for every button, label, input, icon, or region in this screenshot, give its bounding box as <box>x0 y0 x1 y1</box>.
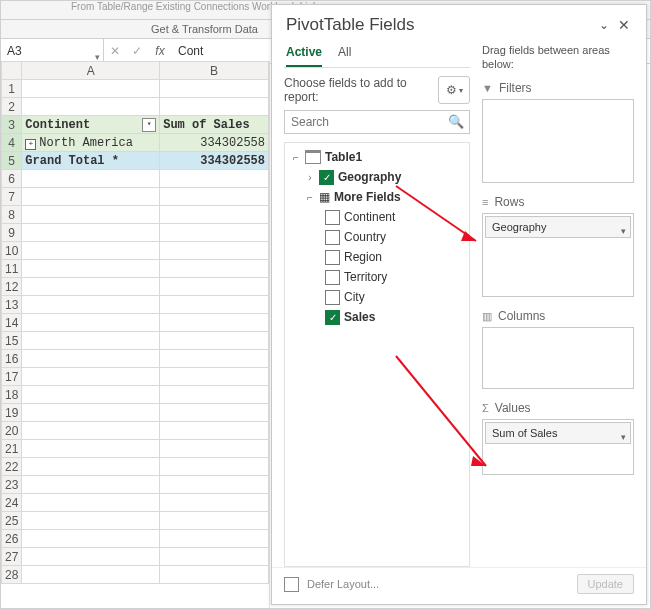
row-header[interactable]: 10 <box>2 242 22 260</box>
checkbox-icon[interactable] <box>325 210 340 225</box>
checkbox-icon[interactable] <box>325 270 340 285</box>
collapse-icon[interactable]: ⌐ <box>291 152 301 163</box>
expand-icon[interactable]: + <box>25 139 36 150</box>
tab-active[interactable]: Active <box>286 41 322 67</box>
checkbox-checked-icon[interactable]: ✓ <box>319 170 334 185</box>
row-header[interactable]: 11 <box>2 260 22 278</box>
columns-dropzone[interactable] <box>482 327 634 389</box>
row-header[interactable]: 18 <box>2 386 22 404</box>
cell[interactable] <box>22 494 160 512</box>
cell[interactable] <box>160 404 269 422</box>
row-header[interactable]: 21 <box>2 440 22 458</box>
cell[interactable] <box>22 422 160 440</box>
cell[interactable] <box>160 170 269 188</box>
cell[interactable] <box>160 368 269 386</box>
accept-formula-button[interactable]: ✓ <box>126 39 148 63</box>
tree-field-country[interactable]: Country <box>287 227 467 247</box>
cell[interactable] <box>160 548 269 566</box>
row-header[interactable]: 12 <box>2 278 22 296</box>
field-search-input[interactable] <box>284 110 470 134</box>
pivot-grand-total-label-cell[interactable]: Grand Total * <box>22 152 160 170</box>
row-header[interactable]: 8 <box>2 206 22 224</box>
cell[interactable] <box>22 188 160 206</box>
chevron-down-icon[interactable]: ▾ <box>621 427 626 447</box>
row-header[interactable]: 5 <box>2 152 22 170</box>
tree-field-territory[interactable]: Territory <box>287 267 467 287</box>
row-header[interactable]: 3 <box>2 116 22 134</box>
cell[interactable] <box>22 476 160 494</box>
cell[interactable] <box>160 530 269 548</box>
row-header[interactable]: 7 <box>2 188 22 206</box>
tree-field-sales[interactable]: ✓ Sales <box>287 307 467 327</box>
values-pill-sum-of-sales[interactable]: Sum of Sales ▾ <box>485 422 631 444</box>
defer-layout-checkbox[interactable] <box>284 577 299 592</box>
row-header[interactable]: 13 <box>2 296 22 314</box>
cell[interactable] <box>160 458 269 476</box>
cell[interactable] <box>22 278 160 296</box>
select-all-corner[interactable] <box>2 62 22 80</box>
fx-button[interactable]: fx <box>148 39 172 63</box>
field-list-settings-button[interactable]: ⚙▾ <box>438 76 470 104</box>
cell[interactable] <box>22 386 160 404</box>
column-header-b[interactable]: B <box>160 62 269 80</box>
tree-field-geography[interactable]: › ✓ Geography <box>287 167 467 187</box>
cell[interactable] <box>22 548 160 566</box>
values-dropzone[interactable]: Sum of Sales ▾ <box>482 419 634 475</box>
chevron-down-icon[interactable]: ▾ <box>621 221 626 241</box>
chevron-down-icon[interactable]: ⌄ <box>594 18 614 32</box>
cell[interactable] <box>22 206 160 224</box>
cell[interactable] <box>160 332 269 350</box>
checkbox-icon[interactable] <box>325 250 340 265</box>
cell[interactable] <box>22 404 160 422</box>
cell[interactable] <box>22 170 160 188</box>
cell[interactable] <box>160 350 269 368</box>
cell[interactable] <box>22 80 160 98</box>
row-header[interactable]: 26 <box>2 530 22 548</box>
tab-all[interactable]: All <box>338 41 351 67</box>
cell[interactable] <box>160 260 269 278</box>
pivot-value-header-cell[interactable]: Sum of Sales <box>160 116 269 134</box>
row-header[interactable]: 28 <box>2 566 22 584</box>
row-header[interactable]: 22 <box>2 458 22 476</box>
checkbox-icon[interactable] <box>325 290 340 305</box>
row-header[interactable]: 4 <box>2 134 22 152</box>
cell[interactable] <box>160 224 269 242</box>
row-header[interactable]: 23 <box>2 476 22 494</box>
row-header[interactable]: 16 <box>2 350 22 368</box>
row-header[interactable]: 14 <box>2 314 22 332</box>
worksheet-grid[interactable]: A B 1 2 3 Continent ▾ Sum of Sales 4 +No… <box>1 61 270 608</box>
cell[interactable] <box>22 368 160 386</box>
row-header[interactable]: 25 <box>2 512 22 530</box>
cell[interactable] <box>22 512 160 530</box>
cell[interactable] <box>22 296 160 314</box>
cell[interactable] <box>22 350 160 368</box>
field-tree[interactable]: ⌐ Table1 › ✓ Geography ⌐ ▦ More Fields <box>284 142 470 567</box>
cell[interactable] <box>22 224 160 242</box>
cell[interactable] <box>22 458 160 476</box>
cell[interactable] <box>160 314 269 332</box>
row-header[interactable]: 27 <box>2 548 22 566</box>
pivot-row-header-cell[interactable]: Continent ▾ <box>22 116 160 134</box>
cell[interactable] <box>160 80 269 98</box>
cancel-formula-button[interactable]: ✕ <box>104 39 126 63</box>
row-header[interactable]: 24 <box>2 494 22 512</box>
cell[interactable] <box>160 188 269 206</box>
cell[interactable] <box>160 566 269 584</box>
update-button[interactable]: Update <box>577 574 634 594</box>
tree-field-city[interactable]: City <box>287 287 467 307</box>
close-icon[interactable]: ✕ <box>614 17 634 33</box>
cell[interactable] <box>22 440 160 458</box>
row-header[interactable]: 19 <box>2 404 22 422</box>
cell[interactable] <box>160 386 269 404</box>
cell[interactable] <box>160 422 269 440</box>
cell[interactable] <box>160 440 269 458</box>
cell[interactable] <box>22 314 160 332</box>
expand-icon[interactable]: › <box>305 172 315 183</box>
rows-pill-geography[interactable]: Geography ▾ <box>485 216 631 238</box>
cell[interactable] <box>22 98 160 116</box>
checkbox-checked-icon[interactable]: ✓ <box>325 310 340 325</box>
row-header[interactable]: 17 <box>2 368 22 386</box>
cell[interactable] <box>160 206 269 224</box>
collapse-icon[interactable]: ⌐ <box>305 192 315 203</box>
cell[interactable] <box>160 296 269 314</box>
